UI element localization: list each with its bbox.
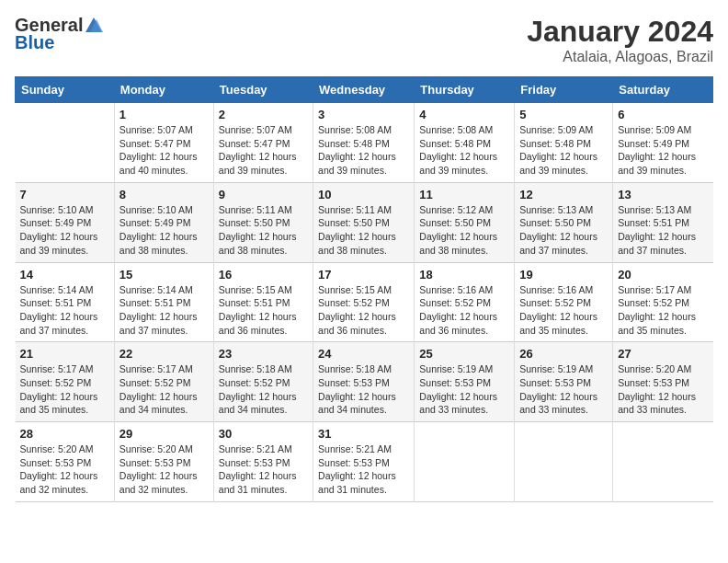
day-number: 12: [519, 188, 608, 201]
day-info: Sunrise: 5:12 AM Sunset: 5:50 PM Dayligh…: [419, 203, 509, 258]
logo-blue: Blue: [15, 32, 54, 53]
day-info: Sunrise: 5:19 AM Sunset: 5:53 PM Dayligh…: [519, 362, 608, 417]
calendar-cell: 28Sunrise: 5:20 AM Sunset: 5:53 PM Dayli…: [16, 422, 115, 502]
day-number: 11: [419, 188, 509, 201]
page-header: General Blue January 2024 Atalaia, Alago…: [15, 15, 713, 65]
header-friday: Friday: [515, 77, 613, 103]
calendar-cell: 23Sunrise: 5:18 AM Sunset: 5:52 PM Dayli…: [213, 342, 313, 422]
day-info: Sunrise: 5:21 AM Sunset: 5:53 PM Dayligh…: [318, 442, 409, 497]
day-number: 6: [618, 108, 708, 121]
day-info: Sunrise: 5:20 AM Sunset: 5:53 PM Dayligh…: [20, 442, 109, 497]
day-number: 22: [119, 347, 209, 361]
day-info: Sunrise: 5:18 AM Sunset: 5:53 PM Dayligh…: [318, 362, 409, 417]
day-info: Sunrise: 5:13 AM Sunset: 5:51 PM Dayligh…: [618, 203, 708, 258]
calendar-cell: 5Sunrise: 5:09 AM Sunset: 5:48 PM Daylig…: [515, 103, 613, 183]
day-info: Sunrise: 5:11 AM Sunset: 5:50 PM Dayligh…: [318, 203, 409, 258]
header-thursday: Thursday: [415, 77, 515, 103]
calendar-cell: 27Sunrise: 5:20 AM Sunset: 5:53 PM Dayli…: [613, 342, 713, 422]
calendar-cell: 4Sunrise: 5:08 AM Sunset: 5:48 PM Daylig…: [415, 103, 515, 183]
calendar-cell: 25Sunrise: 5:19 AM Sunset: 5:53 PM Dayli…: [415, 342, 515, 422]
month-year-title: January 2024: [527, 15, 713, 49]
calendar-cell: 11Sunrise: 5:12 AM Sunset: 5:50 PM Dayli…: [415, 182, 515, 262]
calendar-week-row: 14Sunrise: 5:14 AM Sunset: 5:51 PM Dayli…: [16, 262, 713, 342]
day-number: 16: [219, 268, 308, 282]
day-number: 14: [20, 268, 109, 282]
day-number: 24: [318, 347, 409, 361]
day-number: 15: [119, 268, 209, 282]
day-info: Sunrise: 5:14 AM Sunset: 5:51 PM Dayligh…: [119, 283, 209, 338]
day-info: Sunrise: 5:15 AM Sunset: 5:51 PM Dayligh…: [219, 283, 308, 338]
day-info: Sunrise: 5:16 AM Sunset: 5:52 PM Dayligh…: [419, 283, 509, 338]
calendar-cell: 9Sunrise: 5:11 AM Sunset: 5:50 PM Daylig…: [213, 182, 313, 262]
day-number: 2: [219, 108, 308, 121]
calendar-cell: [16, 103, 115, 183]
day-number: 1: [119, 108, 209, 121]
day-number: 20: [618, 268, 708, 282]
calendar-cell: 12Sunrise: 5:13 AM Sunset: 5:50 PM Dayli…: [515, 182, 613, 262]
day-number: 21: [20, 347, 109, 361]
calendar-cell: 20Sunrise: 5:17 AM Sunset: 5:52 PM Dayli…: [613, 262, 713, 342]
day-info: Sunrise: 5:14 AM Sunset: 5:51 PM Dayligh…: [20, 283, 109, 338]
calendar-cell: [515, 422, 613, 502]
day-info: Sunrise: 5:17 AM Sunset: 5:52 PM Dayligh…: [119, 362, 209, 417]
calendar-cell: 13Sunrise: 5:13 AM Sunset: 5:51 PM Dayli…: [613, 182, 713, 262]
day-info: Sunrise: 5:17 AM Sunset: 5:52 PM Dayligh…: [20, 362, 109, 417]
day-number: 31: [318, 427, 409, 441]
calendar-cell: 14Sunrise: 5:14 AM Sunset: 5:51 PM Dayli…: [16, 262, 115, 342]
day-number: 13: [618, 188, 708, 201]
day-number: 8: [119, 188, 209, 201]
day-number: 19: [519, 268, 608, 282]
day-number: 3: [318, 108, 409, 121]
calendar-cell: [613, 422, 713, 502]
calendar-header-row: SundayMondayTuesdayWednesdayThursdayFrid…: [16, 77, 713, 103]
calendar-week-row: 7Sunrise: 5:10 AM Sunset: 5:49 PM Daylig…: [16, 182, 713, 262]
calendar-cell: 29Sunrise: 5:20 AM Sunset: 5:53 PM Dayli…: [114, 422, 213, 502]
day-info: Sunrise: 5:11 AM Sunset: 5:50 PM Dayligh…: [219, 203, 308, 258]
day-info: Sunrise: 5:18 AM Sunset: 5:52 PM Dayligh…: [219, 362, 308, 417]
day-number: 18: [419, 268, 509, 282]
calendar-cell: 18Sunrise: 5:16 AM Sunset: 5:52 PM Dayli…: [415, 262, 515, 342]
day-info: Sunrise: 5:10 AM Sunset: 5:49 PM Dayligh…: [20, 203, 109, 258]
calendar-week-row: 21Sunrise: 5:17 AM Sunset: 5:52 PM Dayli…: [16, 342, 713, 422]
day-info: Sunrise: 5:15 AM Sunset: 5:52 PM Dayligh…: [318, 283, 409, 338]
day-info: Sunrise: 5:13 AM Sunset: 5:50 PM Dayligh…: [519, 203, 608, 258]
calendar-cell: 31Sunrise: 5:21 AM Sunset: 5:53 PM Dayli…: [313, 422, 415, 502]
logo-icon: [84, 16, 104, 36]
calendar-week-row: 1Sunrise: 5:07 AM Sunset: 5:47 PM Daylig…: [16, 103, 713, 183]
calendar-cell: 15Sunrise: 5:14 AM Sunset: 5:51 PM Dayli…: [114, 262, 213, 342]
logo: General Blue: [15, 15, 105, 53]
day-info: Sunrise: 5:09 AM Sunset: 5:48 PM Dayligh…: [519, 123, 608, 178]
calendar-cell: 8Sunrise: 5:10 AM Sunset: 5:49 PM Daylig…: [114, 182, 213, 262]
day-number: 29: [119, 427, 209, 441]
calendar-cell: 26Sunrise: 5:19 AM Sunset: 5:53 PM Dayli…: [515, 342, 613, 422]
day-number: 4: [419, 108, 509, 121]
calendar-cell: 16Sunrise: 5:15 AM Sunset: 5:51 PM Dayli…: [213, 262, 313, 342]
day-number: 25: [419, 347, 509, 361]
day-number: 17: [318, 268, 409, 282]
calendar-cell: 21Sunrise: 5:17 AM Sunset: 5:52 PM Dayli…: [16, 342, 115, 422]
day-number: 27: [618, 347, 708, 361]
calendar-cell: 22Sunrise: 5:17 AM Sunset: 5:52 PM Dayli…: [114, 342, 213, 422]
day-info: Sunrise: 5:20 AM Sunset: 5:53 PM Dayligh…: [618, 362, 708, 417]
day-info: Sunrise: 5:07 AM Sunset: 5:47 PM Dayligh…: [219, 123, 308, 178]
title-area: January 2024 Atalaia, Alagoas, Brazil: [527, 15, 713, 65]
day-info: Sunrise: 5:17 AM Sunset: 5:52 PM Dayligh…: [618, 283, 708, 338]
header-sunday: Sunday: [16, 77, 115, 103]
calendar-table: SundayMondayTuesdayWednesdayThursdayFrid…: [15, 76, 713, 502]
calendar-cell: 7Sunrise: 5:10 AM Sunset: 5:49 PM Daylig…: [16, 182, 115, 262]
day-number: 28: [20, 427, 109, 441]
calendar-cell: 30Sunrise: 5:21 AM Sunset: 5:53 PM Dayli…: [213, 422, 313, 502]
day-number: 10: [318, 188, 409, 201]
day-info: Sunrise: 5:16 AM Sunset: 5:52 PM Dayligh…: [519, 283, 608, 338]
calendar-cell: 2Sunrise: 5:07 AM Sunset: 5:47 PM Daylig…: [213, 103, 313, 183]
day-number: 7: [20, 188, 109, 201]
header-saturday: Saturday: [613, 77, 713, 103]
day-number: 9: [219, 188, 308, 201]
day-info: Sunrise: 5:21 AM Sunset: 5:53 PM Dayligh…: [219, 442, 308, 497]
calendar-cell: 17Sunrise: 5:15 AM Sunset: 5:52 PM Dayli…: [313, 262, 415, 342]
calendar-cell: 3Sunrise: 5:08 AM Sunset: 5:48 PM Daylig…: [313, 103, 415, 183]
header-wednesday: Wednesday: [313, 77, 415, 103]
location-subtitle: Atalaia, Alagoas, Brazil: [527, 49, 713, 65]
calendar-week-row: 28Sunrise: 5:20 AM Sunset: 5:53 PM Dayli…: [16, 422, 713, 502]
calendar-cell: 19Sunrise: 5:16 AM Sunset: 5:52 PM Dayli…: [515, 262, 613, 342]
